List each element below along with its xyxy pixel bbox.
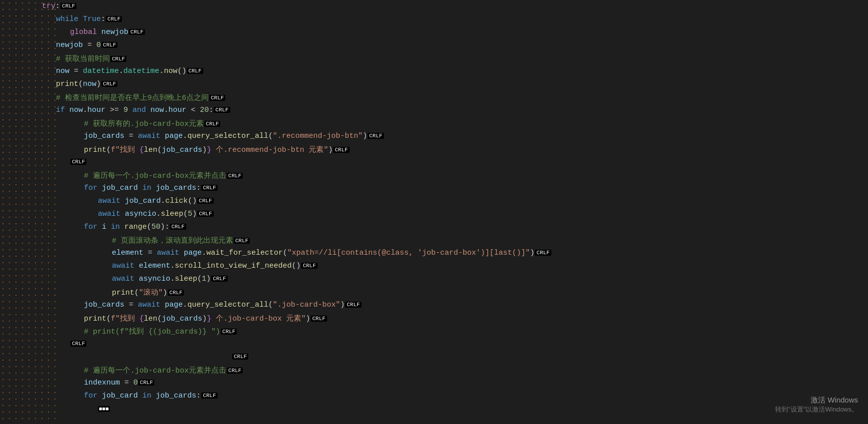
line-comment-iterate2: # 遍历每一个.job-card-box元素并点击CRLF [0,366,868,379]
line-element-assign: element = await page.wait_for_selector("… [0,249,868,262]
line-if: if now.hour >= 9 and now.hour < 20:CRLF [0,106,868,119]
line-comment-time: # 获取当前时间CRLF [0,54,868,67]
line-print-job-cards: print(f"找到 {len(job_cards)} 个.recommend-… [0,145,868,158]
line-for-job-card2: for job_card in job_cards:CRLF [0,392,868,405]
line-empty1: CRLF [0,158,868,171]
code-content: try:CRLF while True:CRLF global newjobCR… [0,0,868,418]
line-comment-scroll: # 页面滚动条，滚动直到此出现元素CRLF [0,236,868,249]
line-print-gundog: print("滚动")CRLF [0,288,868,301]
line-job-cards2-assign: job_cards = await page.query_selector_al… [0,301,868,314]
line-newjob-assign: newjob = 0CRLF [0,41,868,54]
code-editor: try:CRLF while True:CRLF global newjobCR… [0,0,868,424]
line-await-sleep1: await asyncio.sleep(1)CRLF [0,275,868,288]
line-for-job-card: for job_card in job_cards:CRLF [0,184,868,197]
line-comment-print-job-cards: # print(f"找到 {(job_cards)} ")CRLF [0,327,868,340]
line-print-now: print(now)CRLF [0,80,868,93]
line-crlf-only: CRLF [0,353,868,366]
line-try: try:CRLF [0,2,868,15]
line-print-job-cards2: print(f"找到 {len(job_cards)} 个.job-card-b… [0,314,868,327]
line-await-sleep5: await asyncio.sleep(5)CRLF [0,210,868,223]
line-while: while True:CRLF [0,15,868,28]
line-bottom-partial: ■■■ [0,405,868,418]
line-global: global newjobCRLF [0,28,868,41]
line-comment-iterate: # 遍历每一个.job-card-box元素并点击CRLF [0,171,868,184]
line-await-scroll: await element.scroll_into_view_if_needed… [0,262,868,275]
line-await-click: await job_card.click()CRLF [0,197,868,210]
line-empty2: CRLF [0,340,868,353]
line-comment-check: # 检查当前时间是否在早上9点到晚上6点之间CRLF [0,93,868,106]
line-for-i-range: for i in range(50):CRLF [0,223,868,236]
line-now-assign: now = datetime.datetime.now()CRLF [0,67,868,80]
line-indexnum-assign: indexnum = 0CRLF [0,379,868,392]
line-job-cards-assign: job_cards = await page.query_selector_al… [0,132,868,145]
line-comment-get-jobcards: # 获取所有的.job-card-box元素CRLF [0,119,868,132]
